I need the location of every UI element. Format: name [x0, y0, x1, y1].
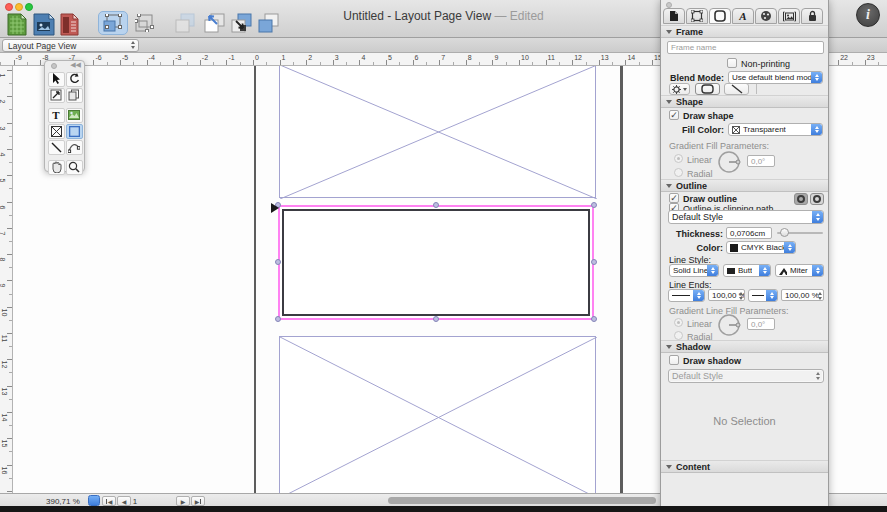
draw-shape-checkbox[interactable]: [669, 110, 679, 120]
join-style-popup[interactable]: Miter: [775, 264, 824, 277]
hand-tool-icon: [51, 161, 62, 173]
edit-points-mode-button[interactable]: [130, 11, 160, 35]
selection-handle-e[interactable]: [591, 259, 597, 265]
selection-handle-s[interactable]: [433, 316, 439, 322]
inspector-tabbar: A: [663, 8, 824, 24]
outline-section-header[interactable]: Outline: [661, 179, 828, 192]
view-mode-popup[interactable]: Layout Page View: [2, 39, 139, 52]
selection-handle-w[interactable]: [275, 259, 281, 265]
placeholder-frame-top[interactable]: [279, 66, 596, 198]
edit-frames-mode-button[interactable]: [98, 11, 128, 35]
thickness-slider-thumb[interactable]: [780, 228, 789, 237]
cap-style-popup[interactable]: Butt: [723, 264, 771, 277]
tab-text[interactable]: A: [732, 8, 754, 24]
ruler-halftick: [293, 62, 294, 65]
placeholder-frame-bottom[interactable]: [279, 336, 596, 493]
send-backward-button[interactable]: [257, 13, 281, 37]
line-end-left-scale[interactable]: 100,00 %: [708, 289, 745, 301]
shape-type-rect-button[interactable]: [695, 83, 720, 95]
tool-line[interactable]: [48, 140, 65, 155]
tool-text[interactable]: T: [48, 108, 65, 123]
draw-outline-checkbox[interactable]: [669, 193, 679, 203]
selection-handle-n[interactable]: [433, 202, 439, 208]
content-section-header[interactable]: Content: [661, 460, 828, 473]
tab-lock[interactable]: [801, 8, 823, 24]
palette-close-button[interactable]: [51, 63, 57, 69]
stroke-type-popup[interactable]: Solid Line: [669, 264, 719, 277]
tool-bezier[interactable]: [66, 140, 83, 155]
line-end-left-popup[interactable]: [668, 289, 705, 302]
line-gradient-angle-dial[interactable]: [717, 313, 741, 337]
tab-document[interactable]: [663, 8, 685, 24]
line-radial-radio[interactable]: [674, 331, 683, 340]
ruler-label: -4: [149, 54, 155, 61]
zoom-window-button[interactable]: [25, 3, 33, 11]
selection-handle-sw[interactable]: [275, 316, 281, 322]
selected-frame[interactable]: [278, 205, 594, 320]
outline-inside-button[interactable]: [794, 193, 808, 205]
ruler-halftick: [9, 346, 12, 347]
zoom-stepper[interactable]: [88, 495, 100, 506]
line-linear-radio[interactable]: [674, 318, 683, 327]
tool-hand[interactable]: [48, 160, 65, 175]
tool-zoom[interactable]: [66, 160, 83, 175]
line-end-right-scale[interactable]: 100,00 %: [781, 289, 824, 301]
ruler-label: 12: [1, 361, 8, 369]
shape-type-line-button[interactable]: [724, 83, 749, 95]
tool-select[interactable]: [48, 72, 65, 87]
draw-shadow-checkbox[interactable]: [669, 355, 679, 365]
tool-rotate[interactable]: [66, 72, 83, 87]
horizontal-scrollbar-thumb[interactable]: [388, 497, 656, 504]
next-page-button[interactable]: ▶: [176, 496, 190, 506]
tool-duplicate[interactable]: [66, 88, 83, 103]
ruler-label: 10: [1, 308, 8, 316]
info-button[interactable]: i: [856, 3, 880, 27]
ruler-label: -3: [175, 54, 181, 61]
line-gradient-angle-field[interactable]: 0,0°: [747, 318, 775, 330]
linear-gradient-radio[interactable]: [674, 154, 683, 163]
non-printing-checkbox[interactable]: [727, 58, 737, 68]
frame-section-header[interactable]: Frame: [661, 25, 828, 38]
selection-handle-se[interactable]: [591, 316, 597, 322]
frame-actions-button[interactable]: [669, 83, 690, 95]
outline-outside-button[interactable]: [810, 193, 824, 205]
tool-scale[interactable]: [48, 88, 65, 103]
tab-frame[interactable]: [686, 8, 708, 24]
minimize-button[interactable]: [15, 3, 23, 11]
outline-color-popup[interactable]: CMYK Black: [726, 241, 796, 254]
selection-handle-ne[interactable]: [591, 202, 597, 208]
tab-shape[interactable]: [709, 8, 731, 24]
tool-image[interactable]: [66, 108, 83, 123]
gradient-angle-field[interactable]: 0,0°: [747, 155, 775, 167]
save-document-button[interactable]: [60, 13, 79, 40]
group-button[interactable]: [174, 13, 198, 37]
ruler-halftick: [9, 162, 12, 163]
draw-outline-label: Draw outline: [683, 194, 737, 204]
tool-empty-frame[interactable]: [48, 124, 65, 139]
tool-rect-frame[interactable]: [66, 124, 83, 139]
line-end-right-popup[interactable]: [748, 289, 778, 302]
last-page-button[interactable]: ▶: [191, 496, 205, 506]
plain-line-end-icon: [752, 295, 764, 297]
duplicate-icon: [68, 89, 80, 101]
palette-collapse-icon[interactable]: ◀◀: [70, 61, 81, 69]
bring-to-front-button[interactable]: [203, 13, 227, 37]
gradient-angle-dial[interactable]: [717, 150, 741, 174]
frame-x-lines: [280, 66, 597, 199]
shape-section-header[interactable]: Shape: [661, 95, 828, 108]
new-document-button[interactable]: [7, 13, 27, 40]
first-page-button[interactable]: ◀: [102, 496, 116, 506]
thickness-field[interactable]: 0,0706cm: [726, 227, 772, 239]
open-document-button[interactable]: [33, 13, 55, 40]
radial-gradient-radio[interactable]: [674, 168, 683, 177]
tab-appearance[interactable]: [755, 8, 777, 24]
tab-image[interactable]: [778, 8, 800, 24]
frame-name-input[interactable]: Frame name: [667, 41, 824, 54]
ruler-label: 4: [0, 152, 6, 156]
shadow-style-popup[interactable]: Default Style: [668, 369, 824, 383]
outline-style-popup[interactable]: Default Style: [668, 210, 824, 224]
close-button[interactable]: [5, 3, 13, 11]
fill-color-popup[interactable]: Transparent: [728, 123, 823, 136]
send-to-back-button[interactable]: [230, 13, 254, 37]
shadow-section-header[interactable]: Shadow: [661, 340, 828, 353]
